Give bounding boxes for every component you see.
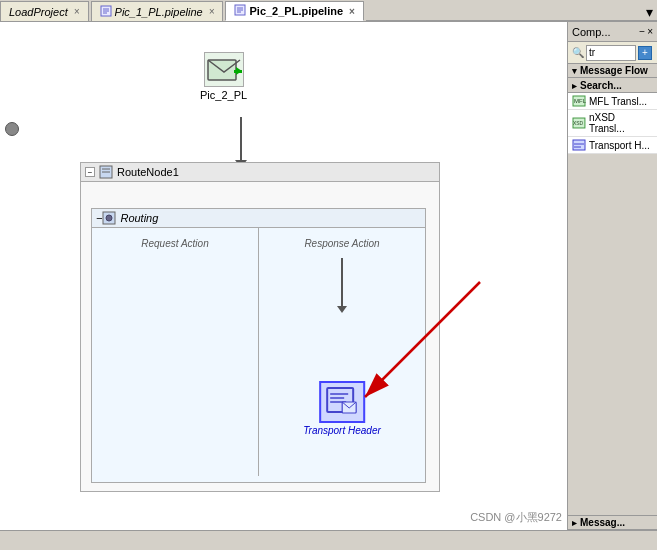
right-panel: Comp... − × 🔍 + ▾ Message Flow ▸ Search.…: [567, 22, 657, 530]
message-flow-section[interactable]: ▾ Message Flow: [568, 64, 657, 78]
message-flow-label: Message Flow: [580, 65, 648, 76]
routing-header: − Routing: [92, 209, 425, 228]
status-bar: [0, 530, 657, 550]
svg-rect-27: [573, 140, 585, 150]
transport-header-label: Transport Header: [303, 425, 381, 436]
mfl-icon: MFL: [572, 95, 586, 107]
routing-label: Routing: [120, 212, 158, 224]
tab-bar: LoadProject × Pic_1_PL.pipeline × Pic_2_…: [0, 0, 657, 22]
routenode-label: RouteNode1: [117, 166, 179, 178]
nxsd-icon: XSD: [572, 117, 586, 129]
transport-panel-icon: [572, 139, 586, 151]
canvas-area: Pic_2_PL − RouteNode1: [0, 22, 567, 530]
response-connector-line: [341, 258, 343, 308]
svg-point-15: [106, 215, 112, 221]
watermark: CSDN @小黑9272: [470, 510, 562, 525]
transport-header-icon: [319, 381, 365, 423]
tab-load-close[interactable]: ×: [74, 6, 80, 17]
pic2pl-icon: [204, 52, 244, 87]
diagram-container: Pic_2_PL − RouteNode1: [20, 42, 540, 530]
tab-pic2-icon: [234, 4, 246, 18]
tab-pic1[interactable]: Pic_1_PL.pipeline ×: [91, 1, 224, 21]
bottom-section[interactable]: ▸ Messag...: [568, 515, 657, 530]
routenode-icon: [99, 165, 113, 179]
response-action-col: Response Action: [259, 228, 425, 476]
search-input[interactable]: [589, 47, 633, 58]
tab-pic2-label: Pic_2_PL.pipeline: [249, 5, 343, 17]
search-icon: 🔍: [572, 47, 584, 58]
search-section-expand-icon: ▸: [572, 81, 577, 91]
tab-pic1-label: Pic_1_PL.pipeline: [115, 6, 203, 18]
panel-item-nxsd[interactable]: XSD nXSD Transl...: [568, 110, 657, 137]
right-panel-toolbar: 🔍 +: [568, 42, 657, 64]
tab-pic1-icon: [100, 5, 112, 19]
right-panel-title: Comp...: [572, 26, 611, 38]
request-action-label: Request Action: [141, 238, 208, 249]
nxsd-label: nXSD Transl...: [589, 112, 653, 134]
search-section[interactable]: ▸ Search...: [568, 79, 657, 93]
routenode-collapse[interactable]: −: [85, 167, 95, 177]
routenode-header: − RouteNode1: [81, 163, 439, 182]
transport-header-node[interactable]: Transport Header: [303, 381, 381, 436]
svg-text:XSD: XSD: [573, 121, 584, 126]
search-field-container: [586, 45, 636, 61]
pic2pl-node[interactable]: Pic_2_PL: [200, 52, 247, 101]
panel-item-transport[interactable]: Transport H...: [568, 137, 657, 154]
tab-load[interactable]: LoadProject ×: [0, 1, 89, 21]
bottom-section-icon: ▸: [572, 518, 577, 528]
panel-item-mfl[interactable]: MFL MFL Transl...: [568, 93, 657, 110]
transport-panel-label: Transport H...: [589, 140, 650, 151]
response-arrow-head: [337, 306, 347, 313]
svg-rect-10: [234, 70, 242, 73]
message-flow-expand-icon: ▾: [572, 66, 577, 76]
routenode-box: − RouteNode1 −: [80, 162, 440, 492]
search-section-label: Search...: [580, 80, 622, 91]
routing-box: − Routing Request Action: [91, 208, 426, 483]
panel-minimize-btn[interactable]: −: [639, 26, 645, 37]
routing-icon: [102, 211, 116, 225]
response-action-label: Response Action: [304, 238, 379, 249]
tab-pic1-close[interactable]: ×: [209, 6, 215, 17]
panel-close-btn[interactable]: ×: [647, 26, 653, 37]
tab-pic2[interactable]: Pic_2_PL.pipeline ×: [225, 1, 363, 21]
search-add-btn[interactable]: +: [638, 46, 652, 60]
routing-columns: Request Action Response Action: [92, 228, 425, 476]
svg-text:MFL: MFL: [574, 98, 586, 104]
mfl-label: MFL Transl...: [589, 96, 647, 107]
pic2pl-label: Pic_2_PL: [200, 89, 247, 101]
bottom-section-label: Messag...: [580, 517, 625, 528]
connector-line-top: [240, 117, 242, 162]
tab-pic2-close[interactable]: ×: [349, 6, 355, 17]
tab-load-label: LoadProject: [9, 6, 68, 18]
main-area: Pic_2_PL − RouteNode1: [0, 22, 657, 530]
canvas-scroll-down[interactable]: ▾: [646, 4, 653, 20]
right-panel-header: Comp... − ×: [568, 22, 657, 42]
request-action-col: Request Action: [92, 228, 259, 476]
left-side-button[interactable]: [5, 122, 19, 136]
